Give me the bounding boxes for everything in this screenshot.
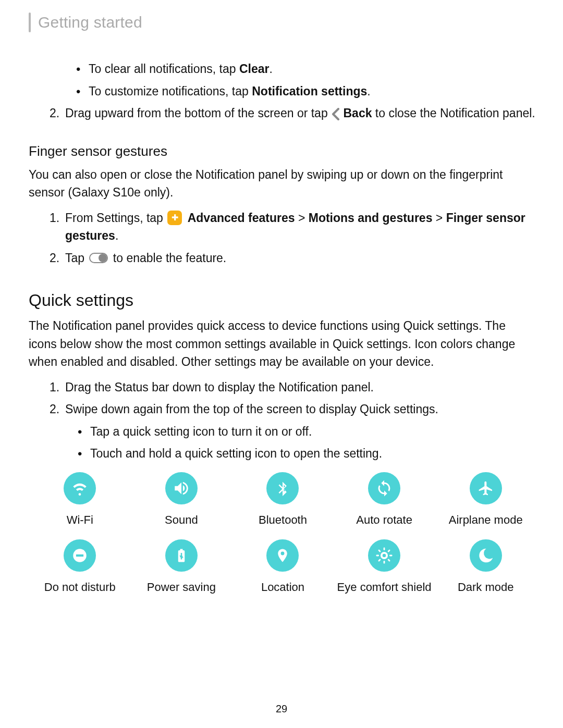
text: to close the Notification panel. xyxy=(372,106,535,120)
step-number: 1. xyxy=(50,378,59,397)
svg-point-11 xyxy=(383,554,386,558)
text: Drag the Status bar down to display the … xyxy=(65,380,374,394)
svg-line-8 xyxy=(388,560,389,561)
qs-label: Sound xyxy=(165,513,198,527)
qs-label: Dark mode xyxy=(458,580,514,595)
quick-settings-desc: The Notification panel provides quick ac… xyxy=(29,317,537,371)
advanced-features-icon xyxy=(167,211,182,225)
bold-text: Clear xyxy=(239,62,270,76)
text: . xyxy=(115,229,118,242)
step-number: 1. xyxy=(50,209,59,227)
text: Touch and hold a quick setting icon to o… xyxy=(90,447,382,460)
qs-label: Bluetooth xyxy=(259,513,307,527)
page-number: 29 xyxy=(0,701,563,717)
qs-item-auto-rotate: Auto rotate xyxy=(336,472,433,527)
qs-label: Auto rotate xyxy=(356,513,412,527)
bold-text: Motions and gestures xyxy=(309,211,433,225)
svg-line-7 xyxy=(379,550,380,551)
finger-sensor-heading: Finger sensor gestures xyxy=(29,141,537,162)
step-number: 2. xyxy=(50,104,59,122)
do-not-disturb-icon xyxy=(64,539,96,572)
step-number: 2. xyxy=(50,400,59,418)
toggle-icon xyxy=(89,253,108,263)
svg-line-9 xyxy=(379,560,380,561)
eye-comfort-icon xyxy=(368,539,400,572)
qs-item-dnd: Do not disturb xyxy=(32,539,128,595)
text: Tap xyxy=(65,251,88,265)
qs-item-dark-mode: Dark mode xyxy=(437,539,534,595)
back-icon xyxy=(331,108,340,120)
qs-item-wifi: Wi-Fi xyxy=(32,472,128,527)
qs-label: Do not disturb xyxy=(44,580,116,595)
qs-label: Eye comfort shield xyxy=(337,580,432,595)
bold-text: Back xyxy=(343,106,372,120)
qs-item-bluetooth: Bluetooth xyxy=(235,472,331,527)
sound-icon xyxy=(165,472,198,504)
auto-rotate-icon xyxy=(368,472,400,504)
text: Swipe down again from the top of the scr… xyxy=(65,402,438,416)
list-item: 2. Drag upward from the bottom of the sc… xyxy=(50,104,537,122)
quick-settings-sublist: Tap a quick setting icon to turn it on o… xyxy=(75,423,537,463)
close-panel-steps: 2. Drag upward from the bottom of the sc… xyxy=(50,104,537,122)
text: > xyxy=(295,211,309,225)
list-item: 2. Tap to enable the feature. xyxy=(50,249,537,267)
text: > xyxy=(432,211,446,225)
text: . xyxy=(367,84,370,98)
qs-label: Wi-Fi xyxy=(67,513,93,527)
list-item: Tap a quick setting icon to turn it on o… xyxy=(75,423,537,441)
wifi-icon xyxy=(64,472,96,504)
text: Tap a quick setting icon to turn it on o… xyxy=(90,425,312,438)
quick-settings-steps: 1. Drag the Status bar down to display t… xyxy=(50,378,537,463)
qs-item-power-saving: Power saving xyxy=(133,539,230,595)
step-number: 2. xyxy=(50,249,59,267)
qs-label: Location xyxy=(261,580,304,595)
text: To clear all notifications, tap xyxy=(89,62,239,76)
page-header: Getting started xyxy=(29,10,537,34)
location-icon xyxy=(266,539,299,572)
qs-item-airplane: Airplane mode xyxy=(437,472,534,527)
bluetooth-icon xyxy=(266,472,299,504)
qs-item-location: Location xyxy=(235,539,331,595)
power-saving-icon xyxy=(165,539,198,572)
quick-settings-heading: Quick settings xyxy=(29,288,537,313)
dark-mode-icon xyxy=(470,539,502,572)
list-item: 1. Drag the Status bar down to display t… xyxy=(50,378,537,397)
finger-sensor-desc: You can also open or close the Notificat… xyxy=(29,166,537,202)
svg-line-10 xyxy=(388,550,389,551)
bold-text: Notification settings xyxy=(252,84,367,98)
svg-rect-1 xyxy=(76,554,83,557)
qs-item-eye-comfort: Eye comfort shield xyxy=(336,539,433,595)
list-item: To clear all notifications, tap Clear. xyxy=(73,60,537,78)
text: Drag upward from the bottom of the scree… xyxy=(65,106,331,120)
bold-text: Advanced features xyxy=(188,211,295,225)
text: From Settings, tap xyxy=(65,211,166,225)
qs-item-sound: Sound xyxy=(133,472,230,527)
qs-label: Airplane mode xyxy=(449,513,523,527)
header-accent-bar xyxy=(29,13,31,32)
header-title: Getting started xyxy=(38,10,142,34)
quick-settings-grid: Wi-Fi Sound Bluetooth Auto rotate xyxy=(29,472,537,595)
finger-sensor-steps: 1. From Settings, tap Advanced features … xyxy=(50,209,537,267)
list-item: To customize notifications, tap Notifica… xyxy=(73,82,537,101)
qs-label: Power saving xyxy=(147,580,216,595)
list-item: 1. From Settings, tap Advanced features … xyxy=(50,209,537,245)
text: To customize notifications, tap xyxy=(89,84,252,98)
notification-tips-list: To clear all notifications, tap Clear. T… xyxy=(73,60,537,100)
list-item: 2. Swipe down again from the top of the … xyxy=(50,400,537,463)
airplane-icon xyxy=(470,472,502,504)
text: . xyxy=(269,62,272,76)
list-item: Touch and hold a quick setting icon to o… xyxy=(75,445,537,463)
text: to enable the feature. xyxy=(109,251,226,265)
